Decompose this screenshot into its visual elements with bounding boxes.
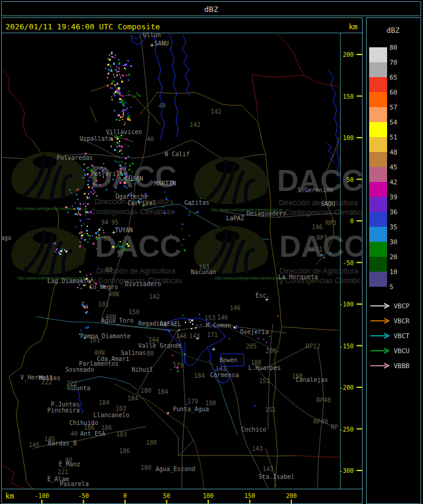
map-route-label: 221 bbox=[57, 469, 68, 475]
radar-echo bbox=[128, 116, 129, 117]
radar-map-frame: 2026/01/11 19:46:00 UTC Composite km km … bbox=[1, 17, 363, 504]
radar-echo bbox=[172, 355, 174, 356]
radar-echo bbox=[105, 68, 106, 69]
radar-echo bbox=[165, 192, 166, 193]
radar-echo bbox=[84, 239, 86, 241]
radar-echo bbox=[87, 233, 88, 234]
radar-echo bbox=[112, 56, 114, 57]
map-place-label: Catitas bbox=[184, 199, 209, 206]
map-route-label: 95 bbox=[111, 219, 118, 226]
radar-echo bbox=[119, 151, 120, 152]
radar-echo bbox=[197, 211, 199, 213]
radar-echo bbox=[84, 164, 85, 165]
radar-echo bbox=[85, 328, 86, 329]
map-route-label: 40 bbox=[117, 249, 124, 256]
map-route-label: 151 bbox=[259, 378, 270, 384]
map-place-label: Sosneado bbox=[65, 366, 94, 373]
radar-echo bbox=[87, 226, 88, 227]
radar-echo bbox=[101, 227, 102, 229]
radar-echo bbox=[115, 246, 117, 248]
radar-echo bbox=[65, 207, 66, 208]
map-route-label: 179 bbox=[173, 362, 184, 369]
x-axis-tick-label: -100 bbox=[35, 493, 49, 499]
map-place-label: N Calif bbox=[165, 151, 190, 157]
map-route-label: 222 bbox=[41, 379, 52, 385]
radar-echo bbox=[330, 253, 331, 254]
dbz-scale-swatch bbox=[369, 182, 387, 197]
radar-echo bbox=[87, 311, 88, 312]
radar-echo bbox=[99, 243, 101, 244]
radar-echo bbox=[93, 243, 95, 245]
map-route-label: 153 bbox=[205, 315, 215, 321]
map-place-label: Junta bbox=[72, 385, 90, 391]
radar-echo bbox=[78, 210, 79, 211]
radar-echo bbox=[126, 138, 127, 139]
radar-echo bbox=[118, 114, 120, 116]
radar-echo bbox=[120, 165, 121, 166]
radar-echo bbox=[122, 75, 123, 76]
radar-echo bbox=[116, 66, 117, 68]
radar-echo bbox=[166, 196, 167, 198]
radar-echo bbox=[269, 336, 270, 337]
radar-echo bbox=[110, 65, 111, 66]
radar-echo bbox=[79, 214, 80, 215]
radar-echo bbox=[114, 149, 116, 151]
radar-echo bbox=[81, 238, 82, 239]
radar-echo bbox=[99, 184, 101, 186]
radar-echo bbox=[234, 327, 235, 328]
radar-echo bbox=[115, 69, 117, 71]
radar-echo bbox=[60, 250, 62, 252]
radar-echo bbox=[138, 94, 139, 95]
radar-echo bbox=[87, 180, 89, 181]
radar-echo bbox=[164, 212, 166, 214]
radar-echo bbox=[188, 319, 190, 321]
radar-echo bbox=[119, 245, 121, 247]
radar-echo bbox=[192, 324, 193, 325]
radar-echo bbox=[229, 338, 230, 339]
radar-echo bbox=[123, 105, 124, 107]
radar-echo bbox=[117, 142, 118, 143]
map-place-label: Villavicen bbox=[106, 129, 142, 135]
radar-echo bbox=[89, 197, 90, 198]
radar-echo bbox=[80, 244, 81, 245]
radar-echo bbox=[86, 218, 87, 220]
radar-echo bbox=[124, 99, 125, 101]
x-axis-tick-label: -50 bbox=[78, 493, 89, 499]
radar-echo bbox=[104, 232, 105, 233]
dbz-scale-swatch bbox=[369, 257, 387, 272]
radar-echo bbox=[199, 314, 200, 315]
x-axis-tick-label: 150 bbox=[244, 493, 255, 499]
radar-echo bbox=[85, 206, 86, 207]
legend-label: VBCR bbox=[394, 317, 410, 325]
radar-echo bbox=[118, 89, 120, 91]
boundary-line bbox=[282, 327, 339, 330]
map-route-label: 142 bbox=[190, 122, 200, 128]
map-route-label: 40 bbox=[65, 457, 72, 463]
radar-echo bbox=[84, 306, 86, 308]
map-place-label: Bowen bbox=[220, 357, 238, 363]
radar-echo bbox=[80, 204, 81, 205]
y-axis-tick-label: 200 bbox=[343, 51, 354, 58]
radar-echo bbox=[123, 109, 124, 110]
radar-echo bbox=[87, 328, 88, 329]
radar-echo bbox=[79, 233, 80, 234]
radar-echo bbox=[86, 305, 87, 306]
dbz-scale-swatch bbox=[369, 152, 387, 167]
arrow-icon bbox=[370, 362, 390, 369]
radar-echo bbox=[123, 113, 124, 114]
map-place-label: Cochico bbox=[241, 426, 266, 433]
map-route-label: 180 bbox=[146, 439, 157, 446]
radar-echo bbox=[266, 342, 267, 343]
radar-echo bbox=[80, 220, 81, 221]
radar-echo bbox=[87, 196, 88, 198]
radar-echo bbox=[120, 116, 121, 118]
radar-echo bbox=[108, 69, 109, 70]
radar-echo bbox=[127, 156, 129, 157]
radar-echo bbox=[84, 174, 86, 176]
radar-echo bbox=[124, 163, 126, 164]
radar-echo bbox=[106, 189, 107, 190]
radar-echo bbox=[118, 94, 120, 95]
radar-echo bbox=[84, 173, 86, 174]
page-title: dBZ bbox=[2, 5, 421, 14]
map-route-label: 146 bbox=[230, 305, 241, 311]
